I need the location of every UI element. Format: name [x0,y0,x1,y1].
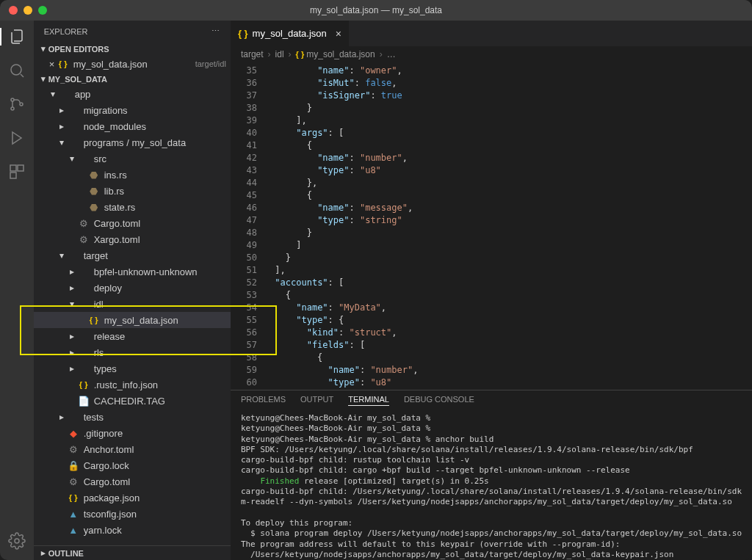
tree-item[interactable]: ▾src [34,150,231,167]
breadcrumb-item[interactable]: { } my_sol_data.json [296,49,375,59]
tree-item[interactable]: ⬣state.rs [34,199,231,215]
editor-tabs: { } my_sol_data.json × [231,21,752,46]
sidebar-more-icon[interactable]: ⋯ [212,26,220,36]
tree-item[interactable]: ▸rls [34,344,231,360]
breadcrumb[interactable]: target›idl›{ } my_sol_data.json›… [231,46,752,62]
activity-bar [0,21,34,560]
tree-item[interactable]: ▲yarn.lock [34,522,231,538]
run-debug-icon[interactable] [8,129,26,147]
tree-item[interactable]: ▸tests [34,409,231,425]
svg-rect-4 [10,165,16,171]
tree-item[interactable]: { }package.json [34,490,231,506]
bottom-panel: PROBLEMSOUTPUTTERMINALDEBUG CONSOLE kety… [231,390,752,560]
terminal[interactable]: ketyung@Chees-MacBook-Air my_sol_data % … [231,410,752,560]
breadcrumb-item[interactable]: idl [275,49,284,59]
tree-item[interactable]: ▾programs / my_sol_data [34,134,231,150]
tree-item[interactable]: ▸bpfel-unknown-unknown [34,263,231,280]
settings-gear-icon[interactable] [8,532,26,550]
tree-item[interactable]: ▸deploy [34,280,231,296]
tree-item[interactable]: ▸release [34,328,231,344]
window-title: my_sol_data.json — my_sol_data [0,5,752,15]
svg-point-2 [11,107,14,110]
code-body[interactable]: "name": "owner", "isMut": false, "isSign… [264,62,752,390]
code-editor[interactable]: 3536373839404142434445464748495051525354… [231,62,752,390]
tree-item[interactable]: { }my_sol_data.json [34,312,231,328]
tab-my-sol-data[interactable]: { } my_sol_data.json × [231,21,350,46]
close-icon[interactable]: × [47,59,57,70]
breadcrumb-item[interactable]: … [387,49,396,59]
tree-item[interactable]: ⚙Cargo.toml [34,215,231,231]
tree-item[interactable]: 🔒Cargo.lock [34,457,231,473]
project-section[interactable]: ▾MY_SOL_DATA [34,72,231,86]
explorer-title: EXPLORER [44,27,88,36]
tree-item[interactable]: ⚙Anchor.toml [34,441,231,457]
panel-tab[interactable]: TERMINAL [348,395,389,406]
tree-item[interactable]: { }.rustc_info.json [34,377,231,393]
svg-point-0 [11,65,21,75]
tree-item[interactable]: ⚙Xargo.toml [34,231,231,247]
explorer-icon[interactable] [8,28,26,46]
svg-point-1 [11,98,14,101]
tree-item[interactable]: ▾target [34,247,231,263]
svg-rect-6 [10,172,16,178]
panel-tab[interactable]: PROBLEMS [241,395,286,406]
sidebar: EXPLORER ⋯ ▾OPEN EDITORS × { } my_sol_da… [34,21,231,560]
tree-item[interactable]: ⚙Cargo.toml [34,473,231,490]
tree-item[interactable]: ⬣lib.rs [34,183,231,199]
panel-tab[interactable]: DEBUG CONSOLE [404,395,474,406]
svg-point-7 [15,539,19,543]
tree-item[interactable]: ▸types [34,360,231,377]
source-control-icon[interactable] [8,95,26,113]
panel-tab[interactable]: OUTPUT [300,395,333,406]
open-editors-section[interactable]: ▾OPEN EDITORS [34,42,231,56]
tree-item[interactable]: ⬣ins.rs [34,167,231,183]
search-icon[interactable] [8,62,26,79]
breadcrumb-item[interactable]: target [241,49,264,59]
open-editor-item[interactable]: × { } my_sol_data.json target/idl [34,56,231,72]
json-icon: { } [238,28,248,39]
tree-item[interactable]: ◆.gitignore [34,425,231,441]
panel-tabs: PROBLEMSOUTPUTTERMINALDEBUG CONSOLE [231,390,752,410]
tab-close-icon[interactable]: × [336,28,341,40]
outline-section[interactable]: ▸OUTLINE [34,545,231,560]
line-numbers: 3536373839404142434445464748495051525354… [231,62,264,390]
extensions-icon[interactable] [8,163,26,181]
tree-item[interactable]: ▸migrations [34,102,231,118]
tree-item[interactable]: ▲tsconfig.json [34,506,231,522]
svg-point-3 [20,103,23,106]
file-tree: ▾app▸migrations▸node_modules▾programs / … [34,86,231,545]
titlebar: my_sol_data.json — my_sol_data [0,0,752,21]
tree-item[interactable]: ▾app [34,86,231,102]
tree-item[interactable]: ▸node_modules [34,118,231,134]
tree-item[interactable]: ▾idl [34,296,231,312]
svg-rect-5 [18,165,24,171]
tree-item[interactable]: 📄CACHEDIR.TAG [34,393,231,409]
